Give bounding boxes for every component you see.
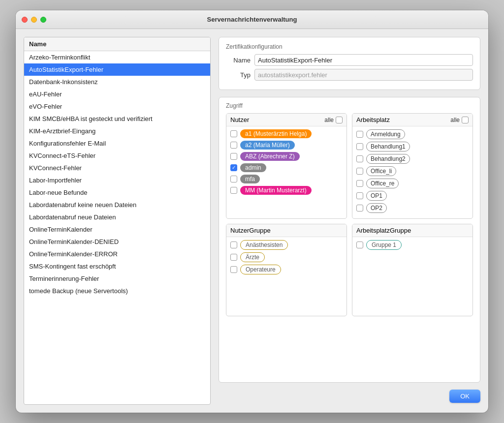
arbeitsplatzgruppe-header-label: ArbeitsplatzGruppe bbox=[356, 227, 411, 234]
list-item[interactable]: Datenbank-Inkonsistenz bbox=[24, 76, 210, 88]
window-title: Servernachrichtenverwaltung bbox=[207, 16, 297, 23]
arbeitsplatz-box: Arbeitsplatz alle AnmeldungBehandlung1Be… bbox=[352, 113, 473, 219]
list-item[interactable]: Konfigurationsfehler E-Mail bbox=[24, 137, 210, 150]
arbeitsplatz-item: Office_re bbox=[356, 179, 469, 188]
nutzer-item-checkbox[interactable] bbox=[230, 164, 237, 171]
nutzergruppe-item-checkbox[interactable] bbox=[230, 254, 237, 261]
arbeitsplatz-item: Behandlung2 bbox=[356, 154, 469, 164]
nutzergruppe-box: NutzerGruppe AnästhesistenÄrzteOperateur… bbox=[226, 224, 347, 316]
arbeitsplatz-item-checkbox[interactable] bbox=[356, 205, 363, 212]
nutzer-item-checkbox[interactable] bbox=[230, 176, 237, 182]
arbeitsplatz-tag: Behandlung2 bbox=[366, 154, 410, 164]
list-item[interactable]: Labor-Importfehler bbox=[24, 174, 210, 186]
arbeitsplatzgruppe-content: Gruppe 1 bbox=[352, 237, 472, 316]
list-item[interactable]: tomede Backup (neue Servertools) bbox=[24, 285, 210, 297]
list-header: Name bbox=[24, 37, 210, 51]
nutzergruppe-tag: Ärzte bbox=[240, 252, 265, 262]
nutzer-item-checkbox[interactable] bbox=[230, 130, 237, 137]
close-button[interactable] bbox=[22, 17, 28, 23]
arbeitsplatz-content: AnmeldungBehandlung1Behandlung2Office_li… bbox=[352, 126, 472, 218]
nutzergruppe-item: Operateure bbox=[230, 265, 343, 274]
nutzer-item-checkbox[interactable] bbox=[230, 153, 237, 160]
list-item[interactable]: OnlineTerminKalender-ERROR bbox=[24, 248, 210, 260]
nutzer-header: Nutzer alle bbox=[226, 114, 346, 126]
nutzer-item: admin bbox=[230, 163, 343, 172]
arbeitsplatz-item-checkbox[interactable] bbox=[356, 192, 363, 199]
list-item[interactable]: eVO-Fehler bbox=[24, 100, 210, 113]
arbeitsplatz-item: Anmeldung bbox=[356, 129, 469, 139]
nutzer-item-checkbox[interactable] bbox=[230, 187, 237, 194]
nutzer-box: Nutzer alle a1 (Musterärztin Helga)a2 (M… bbox=[226, 113, 347, 219]
list-item[interactable]: OnlineTerminKalender bbox=[24, 223, 210, 236]
cert-section-title: Zertifikatkonfiguration bbox=[226, 43, 473, 50]
arbeitsplatzgruppe-item-checkbox[interactable] bbox=[356, 242, 363, 248]
arbeitsplatz-item-checkbox[interactable] bbox=[356, 155, 363, 162]
list-item[interactable]: SMS-Kontingent fast erschöpft bbox=[24, 260, 210, 272]
nutzergruppe-content: AnästhesistenÄrzteOperateure bbox=[226, 237, 346, 316]
arbeitsplatz-item-checkbox[interactable] bbox=[356, 131, 363, 138]
list-item[interactable]: Labordatenabruf keine neuen Dateien bbox=[24, 199, 210, 211]
list-item[interactable]: KVConnect-Fehler bbox=[24, 162, 210, 174]
right-panel: Zertifikatkonfiguration Name Typ Zugriff bbox=[219, 37, 480, 405]
list-item[interactable]: KVConnect-eTS-Fehler bbox=[24, 150, 210, 162]
minimize-button[interactable] bbox=[31, 17, 37, 23]
arbeitsplatzgruppe-header: ArbeitsplatzGruppe bbox=[352, 224, 472, 237]
list-item[interactable]: Terminerinnerung-Fehler bbox=[24, 272, 210, 285]
list-item[interactable]: Labor-neue Befunde bbox=[24, 186, 210, 199]
maximize-button[interactable] bbox=[40, 17, 46, 23]
list-item[interactable]: OnlineTerminKalender-DENIED bbox=[24, 236, 210, 248]
nutzer-tag: a2 (Maria Müller) bbox=[240, 141, 295, 150]
arbeitsplatzgruppe-box: ArbeitsplatzGruppe Gruppe 1 bbox=[352, 224, 473, 316]
nutzer-item: a2 (Maria Müller) bbox=[230, 141, 343, 150]
ok-button[interactable]: OK bbox=[449, 390, 480, 403]
nutzergruppe-tag: Operateure bbox=[240, 265, 281, 274]
name-label: Name bbox=[226, 57, 251, 64]
list-item[interactable]: Arzeko-Terminkonflikt bbox=[24, 51, 210, 63]
nutzer-alle-checkbox[interactable] bbox=[336, 117, 343, 123]
list-item[interactable]: AutoStatistikExport-Fehler bbox=[24, 63, 210, 76]
nutzer-header-label: Nutzer bbox=[230, 116, 249, 123]
arbeitsplatz-item: Behandlung1 bbox=[356, 142, 469, 151]
typ-input[interactable] bbox=[254, 69, 473, 81]
nutzer-item-checkbox[interactable] bbox=[230, 142, 237, 149]
name-field-row: Name bbox=[226, 54, 473, 66]
arbeitsplatz-item-checkbox[interactable] bbox=[356, 180, 363, 187]
nutzer-tag: admin bbox=[240, 163, 266, 172]
arbeitsplatz-tag: OP1 bbox=[366, 191, 387, 201]
cert-section: Zertifikatkonfiguration Name Typ bbox=[219, 37, 480, 90]
nutzergruppe-item: Anästhesisten bbox=[230, 240, 343, 250]
arbeitsplatz-tag: Office_re bbox=[366, 179, 399, 188]
list-item[interactable]: Labordatenabruf neue Dateien bbox=[24, 211, 210, 223]
arbeitsplatz-tag: OP2 bbox=[366, 203, 387, 213]
name-input[interactable] bbox=[254, 54, 473, 66]
titlebar: Servernachrichtenverwaltung bbox=[16, 10, 488, 29]
arbeitsplatz-item-checkbox[interactable] bbox=[356, 143, 363, 150]
arbeitsplatz-item: Office_li bbox=[356, 166, 469, 176]
arbeitsplatz-item: OP1 bbox=[356, 191, 469, 201]
nutzer-item: MM (Martin Musterarzt) bbox=[230, 186, 343, 195]
nutzer-tag: MM (Martin Musterarzt) bbox=[240, 186, 312, 195]
list-item[interactable]: KIM-eArztbrief-Eingang bbox=[24, 125, 210, 137]
arbeitsplatz-item: OP2 bbox=[356, 203, 469, 213]
arbeitsplatz-tag: Anmeldung bbox=[366, 129, 405, 139]
arbeitsplatz-tag: Office_li bbox=[366, 166, 396, 176]
zugriff-grid: Nutzer alle a1 (Musterärztin Helga)a2 (M… bbox=[226, 113, 473, 316]
typ-field-row: Typ bbox=[226, 69, 473, 81]
zugriff-title: Zugriff bbox=[226, 102, 473, 109]
arbeitsplatz-alle-label: alle bbox=[450, 117, 460, 123]
nutzer-content: a1 (Musterärztin Helga)a2 (Maria Müller)… bbox=[226, 126, 346, 205]
zugriff-section: Zugriff Nutzer alle a1 (Musterärztin Hel… bbox=[219, 97, 480, 383]
arbeitsplatz-item-checkbox[interactable] bbox=[356, 168, 363, 175]
nutzergruppe-item-checkbox[interactable] bbox=[230, 266, 237, 273]
nutzer-tag: ABZ (Abrechner Z) bbox=[240, 152, 300, 161]
list-item[interactable]: eAU-Fehler bbox=[24, 88, 210, 100]
nutzer-item: mfa bbox=[230, 175, 343, 183]
nutzergruppe-item: Ärzte bbox=[230, 252, 343, 262]
nutzer-tag: a1 (Musterärztin Helga) bbox=[240, 129, 312, 138]
arbeitsplatz-tag: Behandlung1 bbox=[366, 142, 410, 151]
left-panel: Name Arzeko-TerminkonfliktAutoStatistikE… bbox=[24, 37, 211, 405]
arbeitsplatz-alle-checkbox[interactable] bbox=[462, 117, 469, 123]
main-window: Servernachrichtenverwaltung Name Arzeko-… bbox=[16, 10, 488, 413]
nutzergruppe-item-checkbox[interactable] bbox=[230, 242, 237, 248]
list-item[interactable]: KIM SMCB/eHBA ist gesteckt und verifizie… bbox=[24, 113, 210, 125]
